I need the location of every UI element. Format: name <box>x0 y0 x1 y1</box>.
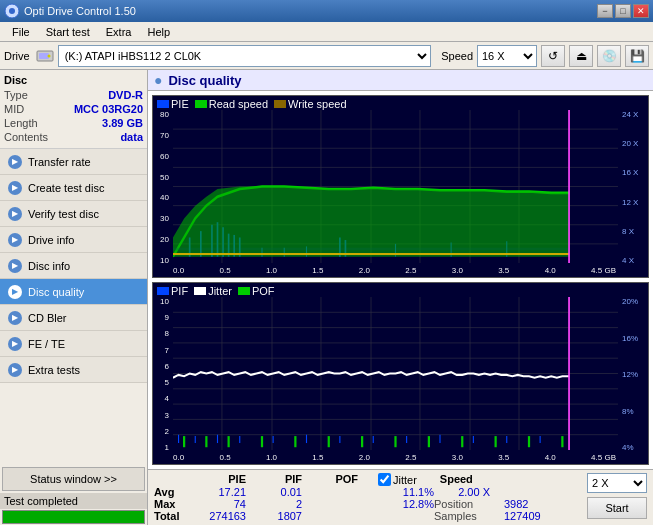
chart2-svg <box>173 297 618 450</box>
max-pif: 2 <box>246 498 302 510</box>
legend-jitter-label: Jitter <box>208 285 232 297</box>
disc-mid-row: MID MCC 03RG20 <box>4 102 143 116</box>
app-icon <box>4 3 20 19</box>
stats-area: PIE PIF POF Jitter Speed Avg 17.21 0.01 <box>148 469 653 525</box>
y2-1: 1 <box>153 443 171 452</box>
yr2-16pct: 16% <box>620 334 648 343</box>
legend-jitter: Jitter <box>194 285 232 297</box>
extra-tests-icon: ▶ <box>8 363 22 377</box>
y2-3: 3 <box>153 411 171 420</box>
status-window-button[interactable]: Status window >> <box>2 467 145 491</box>
col-header-pof: POF <box>302 473 358 486</box>
stats-avg-row: Avg 17.21 0.01 11.1% 2.00 X <box>154 486 579 498</box>
sidebar: Disc Type DVD-R MID MCC 03RG20 Length 3.… <box>0 70 148 525</box>
sidebar-item-disc-info[interactable]: ▶ Disc info <box>0 253 147 279</box>
menu-file[interactable]: File <box>4 24 38 40</box>
y2-5: 5 <box>153 378 171 387</box>
charts-area: PIE Read speed Write speed 80 70 60 <box>148 91 653 469</box>
disc-button[interactable]: 💿 <box>597 45 621 67</box>
svg-point-1 <box>9 8 15 14</box>
y1-80: 80 <box>153 110 171 119</box>
disc-info-icon: ▶ <box>8 259 22 273</box>
sidebar-item-create-test-disc[interactable]: ▶ Create test disc <box>0 175 147 201</box>
refresh-button[interactable]: ↺ <box>541 45 565 67</box>
svg-point-4 <box>47 54 50 57</box>
sidebar-item-disc-quality[interactable]: ▶ Disc quality <box>0 279 147 305</box>
start-button[interactable]: Start <box>587 497 647 519</box>
jitter-checkbox[interactable]: Jitter <box>378 473 417 486</box>
avg-pif: 0.01 <box>246 486 302 498</box>
disc-type-label: Type <box>4 89 28 101</box>
avg-jitter: 11.1% <box>378 486 434 498</box>
y2-9: 9 <box>153 313 171 322</box>
max-jitter: 12.8% <box>378 498 434 510</box>
verify-test-disc-icon: ▶ <box>8 207 22 221</box>
speed-label: Speed <box>441 50 473 62</box>
disc-length-label: Length <box>4 117 38 129</box>
drive-select[interactable]: (K:) ATAPI iHBS112 2 CL0K <box>58 45 432 67</box>
speed-combo-select[interactable]: 2 X <box>587 473 647 493</box>
y1-30: 30 <box>153 214 171 223</box>
y1-10: 10 <box>153 256 171 265</box>
eject-button[interactable]: ⏏ <box>569 45 593 67</box>
disc-length-row: Length 3.89 GB <box>4 116 143 130</box>
chart2: PIF Jitter POF 10 9 8 7 <box>152 282 649 465</box>
y2-2: 2 <box>153 427 171 436</box>
legend-pif: PIF <box>157 285 188 297</box>
sidebar-item-extra-tests[interactable]: ▶ Extra tests <box>0 357 147 383</box>
yr2-12pct: 12% <box>620 370 648 379</box>
fe-te-label: FE / TE <box>28 338 65 350</box>
y2-10: 10 <box>153 297 171 306</box>
sidebar-item-cd-bler[interactable]: ▶ CD Bler <box>0 305 147 331</box>
progress-bar <box>3 511 144 523</box>
chart2-x-labels: 0.0 0.5 1.0 1.5 2.0 2.5 3.0 3.5 4.0 4.5 … <box>173 453 616 462</box>
cd-bler-label: CD Bler <box>28 312 67 324</box>
disc-length-value: 3.89 GB <box>102 117 143 129</box>
menu-extra[interactable]: Extra <box>98 24 140 40</box>
drive-icon <box>36 47 54 65</box>
speed-select[interactable]: 16 X <box>477 45 537 67</box>
position-label: Position <box>434 498 504 510</box>
sidebar-item-fe-te[interactable]: ▶ FE / TE <box>0 331 147 357</box>
disc-type-row: Type DVD-R <box>4 88 143 102</box>
col-header-pie: PIE <box>190 473 246 486</box>
yr1-16x: 16 X <box>620 168 648 177</box>
yr1-8x: 8 X <box>620 227 648 236</box>
avg-label: Avg <box>154 486 190 498</box>
col-header-speed: Speed <box>417 473 473 486</box>
minimize-button[interactable]: − <box>597 4 613 18</box>
jitter-check-input[interactable] <box>378 473 391 486</box>
yr1-4x: 4 X <box>620 256 648 265</box>
titlebar: Opti Drive Control 1.50 − □ ✕ <box>0 0 653 22</box>
legend-read-speed-label: Read speed <box>209 98 268 110</box>
disc-section: Disc Type DVD-R MID MCC 03RG20 Length 3.… <box>0 70 147 149</box>
disc-header: Disc <box>4 74 143 86</box>
stats-table: PIE PIF POF Jitter Speed Avg 17.21 0.01 <box>154 473 579 522</box>
legend-write-speed-color <box>274 100 286 108</box>
yr1-20x: 20 X <box>620 139 648 148</box>
yr2-20pct: 20% <box>620 297 648 306</box>
maximize-button[interactable]: □ <box>615 4 631 18</box>
transfer-rate-icon: ▶ <box>8 155 22 169</box>
menu-start-test[interactable]: Start test <box>38 24 98 40</box>
sidebar-item-transfer-rate[interactable]: ▶ Transfer rate <box>0 149 147 175</box>
drive-info-icon: ▶ <box>8 233 22 247</box>
start-section: 2 X Start <box>587 473 647 519</box>
col-header-pif: PIF <box>246 473 302 486</box>
close-button[interactable]: ✕ <box>633 4 649 18</box>
y2-7: 7 <box>153 346 171 355</box>
chart1-y-right: 24 X 20 X 16 X 12 X 8 X 4 X <box>620 96 648 277</box>
y1-40: 40 <box>153 193 171 202</box>
menu-help[interactable]: Help <box>139 24 178 40</box>
avg-speed: 2.00 X <box>434 486 490 498</box>
legend-jitter-color <box>194 287 206 295</box>
save-button[interactable]: 💾 <box>625 45 649 67</box>
legend-pie-color <box>157 100 169 108</box>
verify-test-disc-label: Verify test disc <box>28 208 99 220</box>
chart1-svg <box>173 110 618 263</box>
legend-write-speed: Write speed <box>274 98 347 110</box>
sidebar-item-drive-info[interactable]: ▶ Drive info <box>0 227 147 253</box>
legend-pof-label: POF <box>252 285 275 297</box>
sidebar-item-verify-test-disc[interactable]: ▶ Verify test disc <box>0 201 147 227</box>
legend-pof-color <box>238 287 250 295</box>
